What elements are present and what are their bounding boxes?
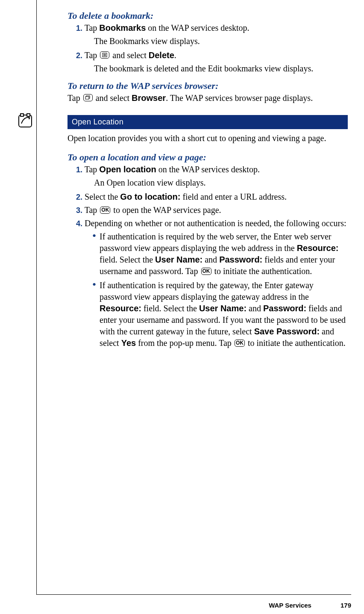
step-1: 1. Tap Bookmarks on the WAP services des… [76,22,348,34]
text: If authentication is required by the gat… [100,280,314,301]
section-heading-text: Open Location [72,118,123,126]
subheading-open-location-steps: To open a location and view a page: [68,152,348,163]
ui-label-username: User Name: [199,304,247,313]
app-switch-icon [83,94,93,101]
step-2-result: The bookmark is deleted and the Edit boo… [94,63,348,74]
ui-label-resource: Resource: [297,243,339,253]
step-4: 4. Depending on whether or not authentic… [76,218,348,229]
ui-label-username: User Name: [155,255,203,264]
open-location-intro: Open location provides you with a short … [68,133,348,144]
footer-chapter: WAP Services [269,602,311,609]
step-number: 2. [76,51,82,60]
text: Depending on whether or not authenticati… [82,218,346,228]
text: and [247,304,263,313]
step-1-result: The Bookmarks view displays. [94,35,348,47]
ui-label-resource: Resource: [100,304,141,313]
bullet-web-server-auth: • If authentication is required by the w… [92,231,348,277]
step-text: Tap [82,50,99,60]
text: . The WAP services browser page displays… [166,93,313,103]
step-text: and select [110,50,148,60]
text: to initiate the authentication. [212,266,312,276]
page-content-frame: To delete a bookmark: 1. Tap Bookmarks o… [36,0,351,595]
section-heading-open-location: Open Location [68,115,348,129]
ui-label-goto-location: Go to location: [120,192,180,201]
text: and [203,255,219,264]
step-text: on the WAP services desktop. [146,23,249,32]
text: field. Select the [100,255,155,264]
footer-page-number: 179 [341,602,351,609]
bullet-icon: • [92,232,96,240]
ok-button-icon: OK [235,339,245,347]
text: Tap [68,93,82,103]
step-text: Tap [82,23,99,32]
step-number: 2. [76,193,82,201]
ui-label-browser: Browser [132,93,166,103]
ui-label-delete: Delete [149,50,174,60]
text: Tap [82,205,99,215]
text: Tap [82,165,99,174]
menu-list-icon [100,51,109,59]
text: to open the WAP services page. [111,205,221,215]
text: field and enter a URL address. [180,192,287,201]
step-1-result: An Open location view displays. [94,177,348,189]
bullet-icon: • [92,280,96,289]
ok-button-icon: OK [201,268,211,275]
ui-label-password: Password: [263,304,306,313]
text: from the pop-up menu. Tap [136,338,234,348]
step-number: 3. [76,206,82,215]
step-text: . [174,50,176,60]
text: Select the [82,192,120,201]
subheading-return-browser: To return to the WAP services browser: [68,80,348,92]
ui-label-bookmarks: Bookmarks [99,23,146,32]
ui-label-yes: Yes [121,338,136,348]
page-footer: WAP Services179 [269,602,351,609]
step-2: 2. Select the Go to location: field and … [76,191,348,203]
svg-rect-5 [85,97,89,99]
step-2: 2. Tap and select Delete. [76,50,348,61]
text: field. Select the [141,304,199,313]
subheading-delete-bookmark: To delete a bookmark: [68,10,348,21]
text: and select [94,93,132,103]
step-1: 1. Tap Open location on the WAP services… [76,164,348,175]
text: to initiate the authentication. [246,338,346,348]
note-margin-icon [17,112,35,130]
step-number: 4. [76,219,82,228]
ui-label-password: Password: [219,255,262,264]
return-browser-para: Tap and select Browser. The WAP services… [68,92,348,104]
bullet-gateway-auth: • If authentication is required by the g… [92,280,348,349]
step-3: 3. Tap OK to open the WAP services page. [76,204,348,216]
svg-rect-6 [19,115,32,127]
ui-label-open-location: Open location [99,165,156,174]
step-number: 1. [76,165,82,174]
ok-button-icon: OK [100,207,110,214]
text: on the WAP services desktop. [156,165,260,174]
step-number: 1. [76,24,82,32]
ui-label-save-password: Save Password: [254,327,320,336]
